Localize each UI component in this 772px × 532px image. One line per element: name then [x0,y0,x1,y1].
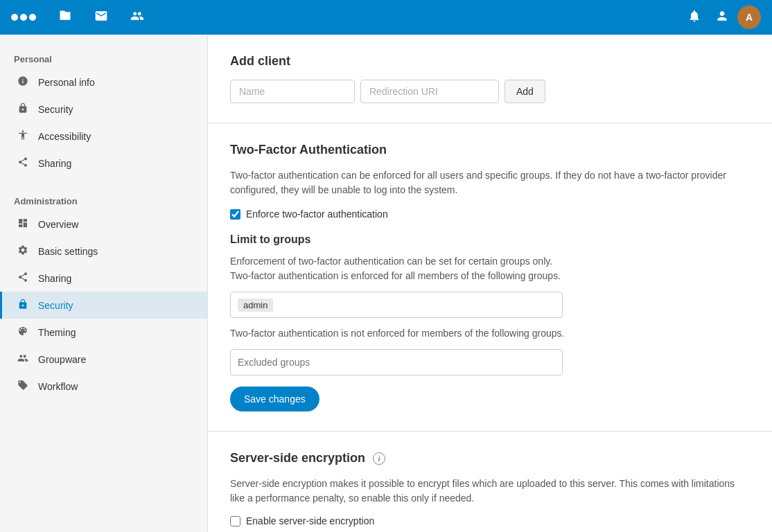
enforce-label: Enforce two-factor authentication [246,209,388,220]
lock-icon-admin [16,299,30,312]
sidebar-label-security-admin: Security [38,300,73,311]
add-client-section: Add client Add [208,35,772,123]
lock-icon-personal [16,103,30,116]
sidebar-label-sharing-personal: Sharing [38,158,71,169]
excluded-groups-text-input[interactable] [238,357,555,368]
topbar: A [0,0,772,35]
encryption-description: Server-side encryption makes it possible… [230,477,750,506]
excluded-groups-input[interactable] [230,349,563,375]
content-area: Add client Add Two-Factor Authentication… [208,35,772,532]
server-encryption-section: Server-side encryption i Server-side enc… [208,432,772,532]
sidebar-item-theming[interactable]: Theming [0,319,207,346]
sidebar-label-security-personal: Security [38,104,73,115]
mail-icon[interactable] [89,3,114,32]
enforce-checkbox-row: Enforce two-factor authentication [230,209,750,220]
sidebar-label-groupware: Groupware [38,354,86,365]
sidebar-item-security-personal[interactable]: Security [0,96,207,123]
avatar[interactable]: A [737,6,761,29]
info-icon-encryption[interactable]: i [373,452,385,465]
sidebar-item-sharing-personal[interactable]: Sharing [0,150,207,177]
two-factor-section: Two-Factor Authentication Two-factor aut… [208,123,772,432]
sidebar-label-overview: Overview [38,219,78,230]
server-encryption-title: Server-side encryption i [230,451,750,466]
two-factor-description: Two-factor authentication can be enforce… [230,168,750,197]
tag-icon [16,380,30,393]
included-groups-input[interactable]: admin [230,292,563,318]
sidebar-item-security-admin[interactable]: Security [0,292,207,319]
sidebar-divider [0,177,207,188]
user-icon[interactable] [710,3,735,32]
share-icon-personal [16,157,30,170]
included-groups-text-input[interactable] [277,299,555,310]
sidebar-item-groupware[interactable]: Groupware [0,346,207,373]
sidebar-item-sharing-admin[interactable]: Sharing [0,265,207,292]
contacts-icon[interactable] [125,3,150,32]
sidebar-item-accessibility[interactable]: Accessibility [0,123,207,150]
sidebar: Personal Personal info Security Accessib… [0,35,208,532]
groupware-icon [16,353,30,366]
sidebar-label-personal-info: Personal info [38,77,95,88]
limit-groups-desc: Enforcement of two-factor authentication… [230,254,750,283]
add-client-title: Add client [230,54,750,69]
sidebar-label-theming: Theming [38,327,76,338]
share-icon-admin [16,272,30,285]
enforce-checkbox[interactable] [230,209,240,220]
bell-icon[interactable] [682,3,707,32]
main-layout: Personal Personal info Security Accessib… [0,35,772,532]
name-input[interactable] [230,80,355,103]
save-changes-button[interactable]: Save changes [230,387,319,411]
sidebar-label-basic-settings: Basic settings [38,246,98,257]
personal-section-title: Personal [0,46,207,69]
sidebar-item-personal-info[interactable]: Personal info [0,69,207,96]
sidebar-item-workflow[interactable]: Workflow [0,373,207,400]
enable-encryption-row: Enable server-side encryption [230,515,750,526]
sidebar-label-workflow: Workflow [38,381,78,392]
sidebar-item-overview[interactable]: Overview [0,211,207,238]
excluded-desc: Two-factor authentication is not enforce… [230,326,750,341]
enable-encryption-checkbox[interactable] [230,516,240,526]
overview-icon [16,218,30,231]
logo-circle-1 [11,14,18,21]
accessibility-icon [16,130,30,143]
add-client-row: Add [230,80,750,103]
redirect-uri-input[interactable] [360,80,499,103]
app-logo[interactable] [11,14,36,21]
administration-section-title: Administration [0,188,207,211]
files-icon[interactable] [53,3,78,32]
limit-groups-title: Limit to groups [230,233,750,246]
sidebar-item-basic-settings[interactable]: Basic settings [0,238,207,265]
sidebar-label-sharing-admin: Sharing [38,273,71,284]
gear-icon [16,245,30,258]
logo-circle-3 [29,14,36,21]
logo-circle-2 [20,14,27,21]
topbar-right: A [682,3,761,32]
info-icon [16,76,30,89]
admin-tag: admin [238,299,273,312]
sidebar-label-accessibility: Accessibility [38,131,91,142]
enable-encryption-label: Enable server-side encryption [246,515,374,526]
add-button[interactable]: Add [505,80,545,103]
two-factor-title: Two-Factor Authentication [230,143,750,157]
paint-icon [16,326,30,339]
